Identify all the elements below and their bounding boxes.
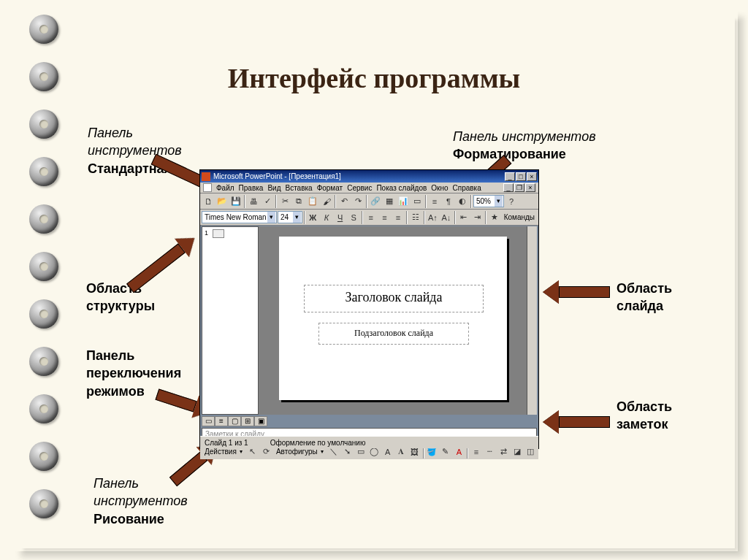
status-bar: Слайд 1 из 1 Оформление по умолчанию [200, 436, 538, 448]
table-icon[interactable]: ▦ [383, 195, 396, 208]
menu-tools[interactable]: Сервис [347, 184, 372, 192]
bullets-icon[interactable]: ☷ [409, 211, 422, 224]
page-title: Интерфейс программы [0, 62, 748, 94]
paste-icon[interactable]: 📋 [306, 195, 319, 208]
show-formatting-icon[interactable]: ¶ [442, 195, 455, 208]
decrease-font-icon[interactable]: A↓ [440, 211, 453, 224]
new-slide-icon[interactable]: ▭ [411, 195, 424, 208]
align-left-icon[interactable]: ≡ [365, 211, 378, 224]
open-icon[interactable]: 📂 [215, 195, 229, 208]
outline-pane[interactable]: 1 [202, 226, 259, 415]
shadow-icon[interactable]: S [347, 211, 360, 224]
animation-icon[interactable]: ★ [488, 211, 501, 224]
font-size-combo[interactable]: 24 [278, 211, 302, 223]
expand-icon[interactable]: ≡ [428, 195, 441, 208]
save-icon[interactable]: 💾 [229, 195, 243, 208]
outline-slide-number: 1 [205, 229, 208, 237]
label-format-toolbar: Панель инструментов Форматирование [453, 128, 596, 164]
menu-edit[interactable]: Правка [239, 184, 264, 192]
spellcheck-icon[interactable]: ✓ [261, 195, 274, 208]
doc-restore-button[interactable]: ❐ [514, 183, 524, 192]
menu-view[interactable]: Вид [267, 184, 280, 192]
standard-toolbar[interactable]: 🗋 📂 💾 🖶 ✓ ✂ ⧉ 📋 🖌 ↶ ↷ 🔗 ▦ 📊 ▭ ≡ ¶ ◐ 50% … [200, 193, 538, 210]
font-name-combo[interactable]: Times New Roman [202, 211, 277, 223]
italic-icon[interactable]: К [320, 211, 333, 224]
slide-canvas[interactable]: Заголовок слайда Подзаголовок слайда [279, 237, 507, 400]
window-title: Microsoft PowerPoint - [Презентация1] [213, 172, 341, 180]
powerpoint-window: Microsoft PowerPoint - [Презентация1] _ … [199, 169, 539, 449]
titlebar[interactable]: Microsoft PowerPoint - [Презентация1] _ … [200, 170, 538, 183]
document-icon [203, 183, 212, 192]
menu-format[interactable]: Формат [317, 184, 343, 192]
menu-window[interactable]: Окно [431, 184, 448, 192]
new-icon[interactable]: 🗋 [202, 195, 215, 208]
close-button[interactable]: × [527, 172, 537, 181]
underline-icon[interactable]: Ч [334, 211, 347, 224]
label-outline-area: Область структуры [86, 280, 155, 315]
slideshow-view-icon[interactable]: ▣ [254, 416, 267, 426]
zoom-combo[interactable]: 50% [473, 195, 504, 207]
subtitle-placeholder[interactable]: Подзаголовок слайда [318, 323, 469, 345]
help-icon[interactable]: ? [505, 195, 518, 208]
work-area: 1 Заголовок слайда Подзаголовок слайда [202, 226, 537, 415]
doc-close-button[interactable]: × [525, 183, 535, 192]
normal-view-icon[interactable]: ▭ [202, 416, 215, 426]
increase-font-icon[interactable]: A↑ [427, 211, 440, 224]
promote-icon[interactable]: ⇤ [457, 211, 470, 224]
cut-icon[interactable]: ✂ [278, 195, 291, 208]
demote-icon[interactable]: ⇥ [470, 211, 484, 224]
app-icon [202, 172, 210, 181]
status-slide-count: Слайд 1 из 1 [205, 439, 248, 447]
sorter-view-icon[interactable]: ⊞ [241, 416, 254, 426]
slide-view-icon[interactable]: ▢ [228, 416, 241, 426]
print-icon[interactable]: 🖶 [247, 195, 260, 208]
status-template: Оформление по умолчанию [270, 439, 366, 447]
slide-thumb-icon[interactable] [213, 229, 224, 238]
hyperlink-icon[interactable]: 🔗 [369, 195, 382, 208]
label-notes-area: Область заметок [617, 398, 672, 434]
menu-slideshow[interactable]: Показ слайдов [376, 184, 427, 192]
vertical-scrollbar[interactable] [527, 226, 537, 415]
copy-icon[interactable]: ⧉ [292, 195, 305, 208]
chart-icon[interactable]: 📊 [397, 195, 410, 208]
undo-icon[interactable]: ↶ [337, 195, 351, 208]
common-tasks-button[interactable]: Команды [502, 212, 537, 222]
menu-file[interactable]: Файл [216, 184, 234, 192]
outline-view-icon[interactable]: ≡ [215, 416, 228, 426]
align-right-icon[interactable]: ≡ [392, 211, 405, 224]
slide-pane[interactable]: Заголовок слайда Подзаголовок слайда [259, 226, 537, 415]
menu-help[interactable]: Справка [453, 184, 481, 192]
menu-bar[interactable]: Файл Правка Вид Вставка Формат Сервис По… [200, 183, 538, 193]
redo-icon[interactable]: ↷ [351, 195, 365, 208]
formatting-toolbar[interactable]: Times New Roman 24 Ж К Ч S ≡ ≡ ≡ ☷ A↑ A↓… [200, 210, 538, 226]
title-placeholder[interactable]: Заголовок слайда [304, 285, 484, 312]
label-slide-area: Область слайда [617, 280, 672, 315]
minimize-button[interactable]: _ [505, 172, 515, 181]
maximize-button[interactable]: □ [516, 172, 526, 181]
view-buttons[interactable]: ▭ ≡ ▢ ⊞ ▣ [202, 416, 267, 426]
grayscale-icon[interactable]: ◐ [456, 195, 469, 208]
doc-minimize-button[interactable]: _ [503, 183, 514, 192]
bold-icon[interactable]: Ж [307, 211, 320, 224]
format-painter-icon[interactable]: 🖌 [320, 195, 333, 208]
align-center-icon[interactable]: ≡ [378, 211, 392, 224]
menu-insert[interactable]: Вставка [285, 184, 312, 192]
